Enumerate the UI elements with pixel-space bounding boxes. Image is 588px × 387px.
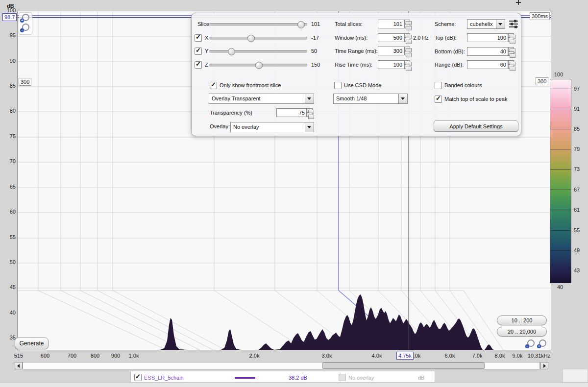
spinner-buttons[interactable] [404, 20, 410, 28]
time-axis-label: 300ms [530, 12, 550, 20]
spinner-label: Time Range (ms): [335, 48, 378, 54]
apply-default-settings-button[interactable]: Apply Default Settings [434, 121, 518, 132]
spinner-buttons[interactable] [404, 33, 410, 42]
zoom-out-icon[interactable]: − [525, 339, 535, 349]
scrollbar-thumb[interactable] [322, 363, 485, 369]
x-tick-label: 600 [41, 353, 49, 359]
transparency-spinner[interactable] [307, 108, 313, 117]
z-slider-label: Z [205, 62, 208, 68]
spinner-label: Total slices: [335, 21, 363, 27]
smoothing-dropdown[interactable]: Smooth 1/48 [333, 94, 408, 104]
colorbar-segment [550, 190, 571, 210]
cursor-level-readout: 38.2 dB [289, 375, 307, 381]
colorbar-tick-label: 49 [574, 247, 580, 253]
dropdown-arrow-icon [305, 94, 314, 103]
legend-unit: dB [418, 375, 424, 381]
y-tick-label: 65 [1, 184, 16, 190]
x-tick-label: 8.0k [495, 353, 505, 359]
x-slider-value: -17 [311, 35, 319, 41]
time-range-ms-field[interactable]: 300 [378, 47, 404, 55]
match-top-label: Match top of scale to peak [444, 96, 507, 102]
mouse-cursor [515, 0, 521, 6]
spinner-buttons[interactable] [508, 47, 514, 56]
slice-slider[interactable] [209, 23, 307, 26]
measurement-name[interactable]: ESS_LR_5chain [144, 375, 184, 381]
total-slices-field[interactable]: 101 [378, 20, 404, 28]
scheme-label: Scheme: [435, 21, 456, 27]
zoom-in-icon[interactable]: + [537, 339, 547, 349]
colorbar-tick-label: 67 [574, 187, 580, 193]
only-frontmost-label: Only show frontmost slice [220, 82, 281, 88]
only-frontmost-checkbox[interactable]: ✓ [210, 82, 217, 89]
spinner-buttons[interactable] [404, 60, 410, 69]
overlay-dropdown[interactable]: No overlay [230, 122, 314, 132]
scheme-settings-icon[interactable] [508, 19, 519, 29]
y-tick-label: 100 [1, 7, 16, 13]
bottom-divider-strip [0, 382, 588, 387]
x-slider-label: X [205, 35, 208, 41]
colorbar-segment [550, 271, 571, 283]
generate-button[interactable]: Generate [15, 338, 49, 349]
waterfall-controls-panel: Slice 101 ✓ X -17 ✓ Y 50 ✓ Z 150 Total s… [191, 13, 521, 136]
measurement-line-sample [235, 377, 255, 379]
colorbar-segment [550, 109, 571, 129]
csd-mode-checkbox[interactable]: ✓ [334, 82, 342, 89]
overlay-mode-dropdown[interactable]: Overlay Transparent [209, 94, 314, 104]
overlay-ghost-checkbox [339, 374, 346, 381]
window-ms-field[interactable]: 500 [378, 33, 404, 42]
z-slider-value: 150 [311, 62, 320, 68]
dropdown-arrow-icon [305, 122, 314, 132]
spinner-buttons[interactable] [508, 33, 514, 42]
colorbar-segment [550, 251, 571, 271]
spinner-buttons[interactable] [508, 60, 514, 69]
y-slider-label: Y [205, 48, 208, 54]
measurement-visible-checkbox[interactable]: ✓ [134, 374, 142, 381]
x-tick-label: 9.0k [513, 353, 523, 359]
csd-mode-label: Use CSD Mode [344, 82, 381, 88]
freq-range-10-200-button[interactable]: 10 .. 200 [497, 315, 547, 325]
z-axis-checkbox[interactable]: ✓ [195, 61, 202, 69]
bottom-db-field[interactable]: 40 [467, 47, 508, 56]
colorbar-segment [550, 149, 571, 169]
colorbar-segment [550, 231, 571, 251]
zoom-out-icon[interactable]: − [20, 23, 30, 33]
spinner-label: Rise Time (ms): [335, 62, 372, 68]
x-tick-label: 10.31kHz [528, 353, 550, 359]
colorbar-segment [550, 79, 571, 89]
colorbar-top-label: 100 [554, 72, 563, 77]
banded-colours-checkbox[interactable]: ✓ [435, 82, 442, 89]
x-tick-label: 7.0k [472, 353, 483, 359]
spinner-buttons[interactable] [404, 47, 410, 55]
x-axis-checkbox[interactable]: ✓ [195, 34, 202, 42]
freq-range-20-20000-button[interactable]: 20 .. 20,000 [497, 327, 547, 337]
colorbar-segment [550, 129, 571, 149]
dropdown-arrow-icon [496, 20, 505, 28]
transparency-field[interactable]: 75 [276, 108, 307, 117]
y-axis-checkbox[interactable]: ✓ [195, 48, 202, 55]
colorbar-segment [550, 89, 571, 109]
transparency-label: Transparency (%) [210, 110, 252, 116]
y-tick-label: 35 [1, 335, 16, 340]
x-tick-label: 700 [68, 353, 76, 359]
time-tick-left: 300 [19, 78, 31, 86]
spinner-label: Window (ms): [335, 35, 368, 41]
x-slider[interactable] [209, 37, 307, 40]
scroll-left-arrow[interactable] [15, 362, 23, 369]
y-slider-value: 50 [311, 48, 317, 54]
colorbar-tick-label: 43 [574, 267, 580, 273]
x-tick-label: 900 [111, 353, 120, 359]
colorbar-tick-label: 85 [574, 126, 580, 132]
slice-slider-label: Slice [197, 21, 209, 27]
rise-time-ms-field[interactable]: 100 [378, 60, 404, 69]
scheme-dropdown[interactable]: cubehelix [467, 19, 505, 29]
colorbar-segment [550, 210, 571, 231]
top-db-field[interactable]: 100 [467, 33, 508, 42]
y-slider[interactable] [209, 50, 307, 53]
z-slider[interactable] [209, 64, 307, 67]
range-db-field[interactable]: 60 [467, 60, 508, 69]
zoom-in-icon[interactable]: + [20, 13, 30, 23]
colorbar-tick-label: 73 [574, 166, 580, 172]
match-top-checkbox[interactable]: ✓ [435, 96, 442, 103]
scroll-right-arrow[interactable] [540, 362, 548, 369]
colorbar-tick-label: 79 [574, 146, 580, 152]
